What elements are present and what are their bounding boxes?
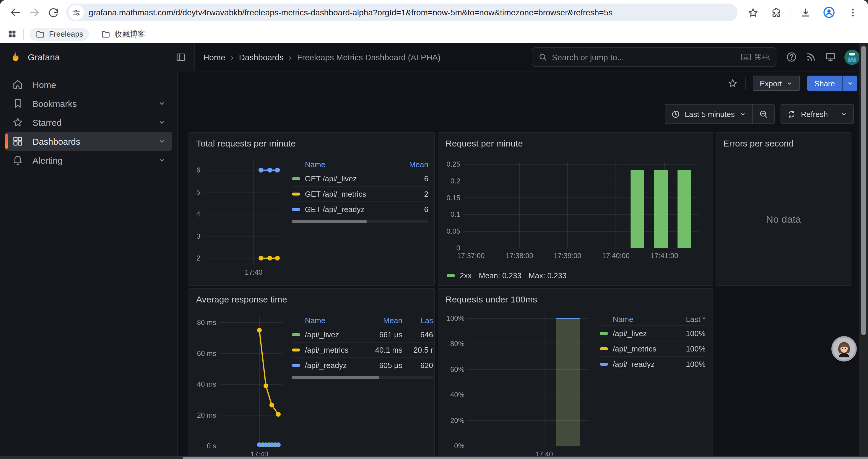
help-icon[interactable] bbox=[786, 52, 797, 63]
time-range-picker[interactable]: Last 5 minutes bbox=[665, 104, 752, 124]
legend-row[interactable]: /api/_readyz100% bbox=[600, 357, 706, 372]
legend-scrollbar[interactable] bbox=[292, 220, 428, 223]
series-value: 100% bbox=[674, 329, 706, 338]
breadcrumb-dashboards[interactable]: Dashboards bbox=[239, 52, 284, 62]
reload-icon[interactable] bbox=[44, 3, 63, 22]
share-button[interactable]: Share bbox=[807, 76, 857, 91]
breadcrumb-home[interactable]: Home bbox=[203, 52, 225, 62]
address-bar[interactable]: grafana.mathmast.com/d/deytv4rwavabkb/fr… bbox=[66, 4, 737, 21]
legend-row[interactable]: /api/_metrics40.1 ms20.5 r bbox=[292, 342, 433, 358]
refresh-interval-caret[interactable] bbox=[834, 104, 853, 124]
search-input[interactable]: Search or jump to... ⌘+k bbox=[532, 47, 776, 67]
panel-title[interactable]: Errors per second bbox=[716, 133, 851, 153]
menu-dots-icon[interactable] bbox=[843, 3, 862, 22]
bookmark-folder-freeleaps[interactable]: Freeleaps bbox=[30, 28, 89, 40]
bell-icon bbox=[12, 154, 24, 166]
series-value: 661 µs bbox=[367, 330, 402, 339]
legend-column-header[interactable]: Name bbox=[613, 315, 674, 323]
bookmark-icon bbox=[12, 97, 24, 109]
url-text[interactable]: grafana.mathmast.com/d/deytv4rwavabkb/fr… bbox=[89, 8, 734, 17]
svg-text:17:40: 17:40 bbox=[245, 268, 262, 276]
toolbar-divider bbox=[790, 7, 791, 18]
refresh-button[interactable]: Refresh bbox=[781, 104, 834, 124]
legend-row[interactable]: GET /api/_metrics2 bbox=[292, 187, 428, 202]
news-rss-icon[interactable] bbox=[805, 52, 816, 63]
panel-title[interactable]: Request per minute bbox=[438, 133, 713, 153]
panel-title[interactable]: Requests under 100ms bbox=[438, 289, 713, 309]
sidebar-item-bookmarks[interactable]: Bookmarks bbox=[5, 94, 172, 113]
panel-title[interactable]: Total requests per minute bbox=[189, 133, 434, 153]
legend-column-header[interactable]: Name bbox=[305, 160, 401, 169]
svg-text:3: 3 bbox=[196, 232, 200, 240]
legend-table: NameMeanGET /api/_livez6GET /api/_metric… bbox=[292, 158, 428, 223]
download-icon[interactable] bbox=[796, 3, 815, 22]
legend-row[interactable]: 2xx Mean: 0.233 Max: 0.233 bbox=[447, 271, 567, 280]
sidebar-item-dashboards[interactable]: Dashboards bbox=[5, 132, 172, 151]
legend-row[interactable]: /api/_livez661 µs646 bbox=[292, 327, 433, 342]
legend-column-header[interactable]: Las bbox=[408, 316, 433, 325]
brand-title: Grafana bbox=[28, 52, 169, 62]
forward-icon[interactable] bbox=[25, 3, 44, 22]
back-icon[interactable] bbox=[6, 3, 25, 22]
grafana-logo-icon bbox=[9, 51, 22, 64]
sidebar-item-alerting[interactable]: Alerting bbox=[5, 151, 172, 169]
series-value: 605 µs bbox=[367, 361, 402, 370]
sidebar-toggle-icon[interactable] bbox=[176, 52, 186, 62]
favorite-star-icon[interactable] bbox=[727, 78, 738, 89]
toolbar-actions bbox=[743, 3, 862, 22]
time-range-group: Last 5 minutes bbox=[665, 104, 775, 124]
series-color-pill bbox=[600, 363, 608, 366]
series-name: GET /api/_metrics bbox=[305, 190, 401, 198]
svg-text:17:40: 17:40 bbox=[535, 450, 553, 456]
chevron-down-icon bbox=[840, 110, 847, 118]
legend-row[interactable]: GET /api/_livez6 bbox=[292, 171, 428, 187]
legend-row[interactable]: /api/_readyz605 µs620 bbox=[292, 358, 433, 373]
monitor-icon[interactable] bbox=[825, 52, 836, 63]
bookmark-folder-label: 收藏博客 bbox=[115, 29, 145, 39]
svg-text:17:41:00: 17:41:00 bbox=[651, 252, 678, 260]
legend-row[interactable]: /api/_metrics100% bbox=[600, 341, 706, 357]
bookmark-folder-blogs[interactable]: 收藏博客 bbox=[95, 27, 151, 41]
bookmarks-divider bbox=[23, 29, 24, 39]
series-value: 6 bbox=[401, 205, 428, 214]
assistant-avatar[interactable] bbox=[833, 338, 855, 360]
svg-text:5: 5 bbox=[196, 188, 200, 196]
svg-text:0.05: 0.05 bbox=[446, 227, 460, 235]
svg-text:17:40:00: 17:40:00 bbox=[602, 252, 629, 260]
panel-title[interactable]: Average response time bbox=[189, 289, 434, 309]
zoom-out-button[interactable] bbox=[752, 104, 774, 124]
legend-row[interactable]: /api/_livez100% bbox=[600, 326, 706, 341]
legend-row[interactable]: GET /api/_readyz6 bbox=[292, 202, 428, 218]
legend-column-header[interactable]: Mean bbox=[401, 160, 428, 169]
star-icon bbox=[12, 117, 24, 128]
scrollbar-thumb[interactable] bbox=[292, 220, 367, 223]
sidebar-item-starred[interactable]: Starred bbox=[5, 113, 172, 132]
bookmark-star-icon[interactable] bbox=[743, 3, 762, 22]
scrollbar-thumb[interactable] bbox=[292, 376, 379, 379]
sidebar-item-home[interactable]: Home bbox=[5, 75, 172, 94]
svg-text:4: 4 bbox=[196, 210, 200, 218]
site-settings-icon[interactable] bbox=[68, 5, 84, 20]
zoom-out-icon bbox=[759, 109, 769, 119]
user-avatar[interactable] bbox=[844, 49, 860, 65]
share-menu-caret[interactable] bbox=[842, 76, 857, 91]
svg-text:0.15: 0.15 bbox=[446, 194, 460, 202]
series-value: 646 bbox=[408, 330, 433, 339]
legend-column-header[interactable]: Mean bbox=[367, 316, 402, 325]
svg-text:0 s: 0 s bbox=[207, 442, 216, 450]
scrollbar-thumb[interactable] bbox=[861, 46, 866, 335]
export-button[interactable]: Export bbox=[752, 76, 800, 91]
legend-column-header[interactable]: Name bbox=[305, 316, 363, 325]
profile-icon[interactable] bbox=[819, 3, 838, 22]
vertical-scrollbar[interactable] bbox=[859, 43, 868, 456]
extensions-icon[interactable] bbox=[767, 3, 786, 22]
chevron-down-icon bbox=[846, 80, 854, 87]
series-value: 2 bbox=[401, 190, 428, 198]
series-max: Max: 0.233 bbox=[529, 271, 567, 280]
apps-grid-icon[interactable] bbox=[7, 29, 17, 39]
series-color-pill bbox=[292, 193, 300, 196]
legend-scrollbar[interactable] bbox=[292, 376, 433, 379]
panel-errors-per-second: Errors per second No data bbox=[716, 132, 851, 286]
breadcrumb-current: Freeleaps Metrics Dashboard (ALPHA) bbox=[297, 52, 441, 62]
legend-column-header[interactable]: Last * bbox=[674, 315, 706, 323]
